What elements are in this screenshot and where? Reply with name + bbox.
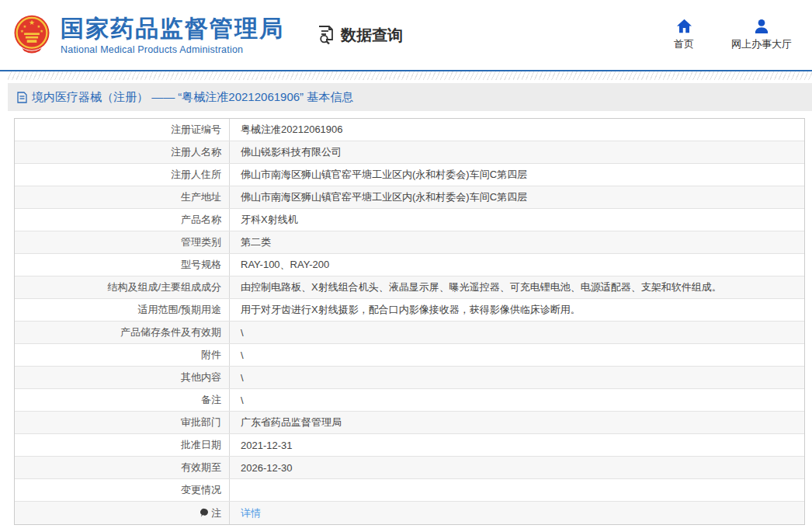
row-label: 注册人名称: [15, 141, 230, 163]
row-value: 2026-12-30: [230, 457, 804, 478]
row-label: 管理类别: [15, 231, 230, 253]
row-label-text: 型号规格: [181, 258, 221, 272]
row-label: 附件: [15, 344, 230, 366]
row-label-text: 审批部门: [181, 416, 221, 429]
org-name-cn: 国家药品监督管理局: [61, 16, 284, 41]
row-label-text: 适用范围/预期用途: [137, 303, 221, 317]
decor-hatch-strip: [8, 71, 812, 80]
row-label-text: 生产地址: [181, 190, 221, 204]
row-label: 有效期至: [15, 457, 230, 478]
row-label: 备注: [15, 389, 230, 411]
row-label-text: 注: [211, 506, 221, 520]
svg-text:★: ★: [37, 24, 41, 29]
table-row: 产品储存条件及有效期 \: [15, 322, 804, 344]
row-value-text: \: [241, 372, 244, 384]
row-value-text: 2026-12-30: [241, 462, 293, 474]
row-value-text: \: [241, 395, 244, 406]
row-value: 用于对牙齿进行X射线摄影，配合口内影像接收器，获得影像供临床诊断用。: [230, 299, 804, 321]
detail-link[interactable]: 详情: [241, 506, 261, 520]
row-label-text: 产品名称: [181, 213, 221, 227]
row-value-text: 牙科X射线机: [241, 213, 298, 227]
table-row: 审批部门 广东省药品监督管理局: [15, 412, 804, 434]
table-row: 结构及组成/主要组成成分 由控制电路板、X射线组合机头、液晶显示屏、曝光遥控器、…: [15, 276, 804, 299]
row-label-text: 附件: [201, 348, 221, 362]
table-row: 型号规格 RAY-100、RAY-200: [15, 254, 804, 276]
row-label-text: 管理类别: [181, 235, 221, 249]
table-row: 管理类别 第二类: [15, 231, 804, 254]
row-value-text: 佛山市南海区狮山镇官窑平塘工业区内(永和村委会)车间C第四层: [241, 168, 527, 182]
row-value-text: 佛山市南海区狮山镇官窑平塘工业区内(永和村委会)车间C第四层: [241, 190, 527, 204]
row-value: 粤械注准20212061906: [230, 119, 804, 141]
row-value: 第二类: [230, 231, 804, 253]
row-value: \: [230, 367, 804, 388]
row-value-text: 第二类: [241, 235, 271, 249]
row-value-text: 2021-12-31: [241, 440, 293, 451]
table-row: 其他内容 \: [15, 367, 804, 389]
nmpa-logo-link[interactable]: ★ ★ ★ ★ ★ 国家药品监督管理局 National Medical Pro…: [11, 13, 284, 57]
row-value: 佛山市南海区狮山镇官窑平塘工业区内(永和村委会)车间C第四层: [230, 164, 804, 186]
org-name-en: National Medical Products Administration: [61, 44, 284, 55]
table-row: 注册证编号 粤械注准20212061906: [15, 119, 804, 141]
row-label: 其他内容: [15, 367, 230, 388]
row-value: 2021-12-31: [230, 434, 804, 456]
doc-search-icon: [317, 25, 336, 45]
row-label: 注册证编号: [15, 119, 230, 141]
row-label-text: 变更情况: [181, 483, 221, 497]
row-value-text: 广东省药品监督管理局: [241, 416, 342, 429]
row-value-text: 由控制电路板、X射线组合机头、液晶显示屏、曝光遥控器、可充电锂电池、电源适配器、…: [241, 280, 722, 294]
nav-home-label: 首页: [674, 37, 694, 51]
row-label-text: 注册人住所: [171, 168, 221, 182]
main-content: 境内医疗器械（注册） —— “粤械注准20212061906” 基本信息 注册证…: [8, 71, 812, 525]
document-icon: [17, 92, 27, 103]
row-label: 批准日期: [15, 434, 230, 456]
data-query-label: 数据查询: [341, 25, 403, 46]
table-row: 批准日期 2021-12-31: [15, 434, 804, 457]
svg-text:★: ★: [40, 29, 43, 33]
row-value: 详情: [230, 502, 804, 524]
row-label: 型号规格: [15, 254, 230, 276]
national-emblem-icon: ★ ★ ★ ★ ★: [11, 13, 53, 57]
home-icon: [676, 19, 692, 33]
breadcrumb-text: 境内医疗器械（注册） —— “粤械注准20212061906” 基本信息: [32, 90, 353, 105]
svg-text:★: ★: [23, 24, 27, 29]
row-value-text: 用于对牙齿进行X射线摄影，配合口内影像接收器，获得影像供临床诊断用。: [241, 303, 581, 317]
table-row: 注册人住所 佛山市南海区狮山镇官窑平塘工业区内(永和村委会)车间C第四层: [15, 164, 804, 186]
row-value: [230, 479, 804, 501]
row-value: 广东省药品监督管理局: [230, 412, 804, 433]
row-value: 由控制电路板、X射线组合机头、液晶显示屏、曝光遥控器、可充电锂电池、电源适配器、…: [230, 276, 804, 298]
row-label: 生产地址: [15, 186, 230, 208]
row-value: 佛山市南海区狮山镇官窑平塘工业区内(永和村委会)车间C第四层: [230, 186, 804, 208]
row-label: 结构及组成/主要组成成分: [15, 276, 230, 298]
row-value: 佛山锐影科技有限公司: [230, 141, 804, 163]
table-row: 产品名称 牙科X射线机: [15, 209, 804, 231]
table-row: 附件 \: [15, 344, 804, 367]
row-label-text: 其他内容: [181, 370, 221, 384]
data-query-nav[interactable]: 数据查询: [317, 25, 403, 46]
row-value: \: [230, 344, 804, 366]
table-row: 注 详情: [15, 502, 804, 524]
row-label: 注: [15, 502, 230, 524]
row-value-text: 佛山锐影科技有限公司: [241, 145, 342, 159]
row-label-text: 结构及组成/主要组成成分: [107, 280, 221, 294]
row-value-text: \: [241, 327, 244, 339]
row-label: 注册人住所: [15, 164, 230, 186]
table-row: 注册人名称 佛山锐影科技有限公司: [15, 141, 804, 164]
svg-text:★: ★: [20, 29, 24, 33]
row-value: \: [230, 389, 804, 411]
nav-home[interactable]: 首页: [674, 19, 694, 51]
row-value: 牙科X射线机: [230, 209, 804, 231]
nav-service-hall-label: 网上办事大厅: [731, 37, 792, 51]
table-row: 有效期至 2026-12-30: [15, 457, 804, 479]
row-label-text: 注册人名称: [171, 145, 221, 159]
nav-service-hall[interactable]: 网上办事大厅: [731, 19, 792, 51]
row-label: 适用范围/预期用途: [15, 299, 230, 321]
row-label: 审批部门: [15, 412, 230, 433]
row-value-text: RAY-100、RAY-200: [241, 258, 329, 272]
table-row: 适用范围/预期用途 用于对牙齿进行X射线摄影，配合口内影像接收器，获得影像供临床…: [15, 299, 804, 322]
row-value: \: [230, 322, 804, 343]
row-label-text: 注册证编号: [171, 123, 221, 137]
table-row: 生产地址 佛山市南海区狮山镇官窑平塘工业区内(永和村委会)车间C第四层: [15, 186, 804, 209]
row-value-text: \: [241, 349, 244, 361]
site-header: ★ ★ ★ ★ ★ 国家药品监督管理局 National Medical Pro…: [0, 0, 812, 70]
svg-text:★: ★: [29, 19, 35, 26]
